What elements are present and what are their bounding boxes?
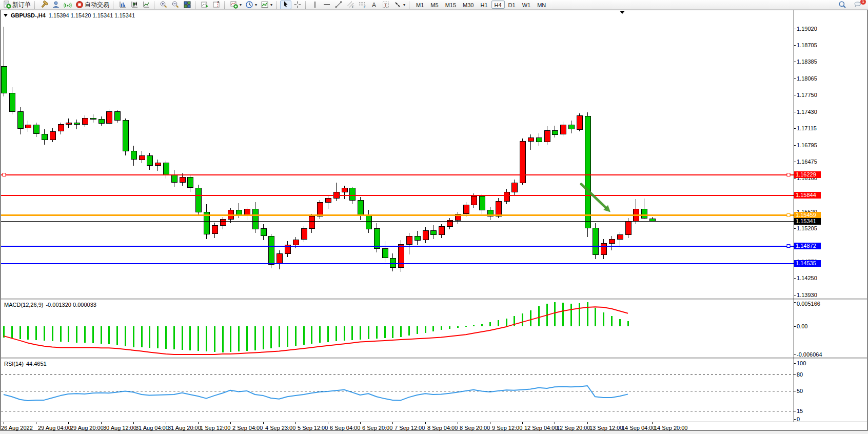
candlestick-icon: [130, 1, 139, 9]
chevron-down-icon[interactable]: ▾: [255, 3, 257, 7]
candle-body: [625, 221, 631, 234]
timeframe-button-m15[interactable]: M15: [442, 1, 459, 9]
hline-handle-icon[interactable]: [787, 173, 790, 176]
macd-histogram-bar: [68, 326, 69, 342]
periods-button[interactable]: ▾: [244, 1, 259, 9]
chevron-down-icon[interactable]: ▾: [403, 3, 405, 7]
hammer-button[interactable]: [38, 1, 50, 9]
crosshair-icon: [293, 1, 302, 9]
time-tick-mark: [522, 422, 523, 424]
timeframe-button-w1[interactable]: W1: [519, 1, 534, 9]
chart-shift-button[interactable]: [211, 1, 222, 9]
crosshair-button[interactable]: [292, 1, 303, 9]
line-chart-mode-button[interactable]: [141, 1, 152, 9]
candle-body: [74, 123, 80, 124]
macd-histogram-bar: [92, 326, 94, 343]
text-button[interactable]: A: [368, 1, 380, 9]
candle-body: [609, 239, 615, 243]
candle-body: [155, 163, 161, 165]
timeframe-button-h1[interactable]: H1: [477, 1, 490, 9]
time-tick-mark: [36, 422, 36, 424]
macd-histogram-bar: [60, 326, 62, 342]
candle-body: [447, 220, 452, 226]
candle-body: [163, 163, 169, 174]
candle-body: [520, 141, 525, 183]
timeframe-button-m5[interactable]: M5: [427, 1, 441, 9]
macd-histogram-bar: [587, 302, 588, 326]
zoom-out-button[interactable]: [170, 1, 181, 9]
toolbar-separator: [224, 1, 226, 9]
add-indicator-button[interactable]: ▾: [228, 1, 243, 9]
price-tick-label: 1.13930: [797, 292, 817, 298]
macd-histogram-bar: [279, 326, 280, 347]
zoom-in-button[interactable]: [158, 1, 169, 9]
candle-body: [423, 230, 428, 240]
macd-histogram-bar: [263, 326, 264, 349]
auto-scroll-button[interactable]: [199, 1, 210, 9]
chevron-down-icon[interactable]: ▾: [240, 3, 242, 7]
horizontal-line-button[interactable]: [321, 1, 332, 9]
candle-body: [349, 188, 355, 200]
bar-chart-icon: [119, 1, 127, 9]
candle-body: [9, 93, 15, 111]
bar-chart-mode-button[interactable]: [117, 1, 128, 9]
notifications-button[interactable]: 1: [852, 1, 863, 9]
macd-histogram-bar: [125, 326, 126, 346]
timeframe-button-m30[interactable]: M30: [460, 1, 477, 9]
arrows-button[interactable]: ▾: [392, 1, 407, 9]
auto-trading-button-label: 自动交易: [85, 1, 109, 9]
tile-windows-button[interactable]: [182, 1, 193, 9]
rsi-label: RSI(14) 44.4651: [4, 361, 47, 367]
profile-button[interactable]: [50, 1, 62, 9]
symbol-dropdown-icon[interactable]: [4, 14, 8, 17]
rsi-tick-label: 50: [797, 388, 803, 394]
price-chart-pane[interactable]: [1, 10, 794, 299]
candle-body: [342, 188, 347, 192]
time-tick-mark: [101, 422, 102, 424]
hline-handle-icon[interactable]: [787, 245, 790, 248]
macd-histogram-bar: [254, 326, 256, 350]
equidistant-channel-button[interactable]: E: [345, 1, 356, 9]
time-tick-label: 7 Sep 12:00: [394, 425, 425, 431]
chart-shift-marker-icon[interactable]: [620, 11, 625, 14]
timeframe-button-m1[interactable]: M1: [413, 1, 427, 9]
macd-histogram-bar: [465, 326, 467, 327]
timeframe-button-d1[interactable]: D1: [505, 1, 519, 9]
macd-histogram-bar: [449, 326, 450, 329]
hline-handle-icon[interactable]: [3, 173, 6, 176]
chevron-down-icon[interactable]: ▾: [270, 3, 272, 7]
template-button[interactable]: ▾: [259, 1, 274, 9]
cursor-button[interactable]: [280, 1, 291, 9]
new-order-button[interactable]: 新订单: [2, 1, 32, 9]
macd-histogram-bar: [149, 326, 150, 348]
macd-histogram-bar: [206, 326, 207, 351]
time-tick-label: 9 Sep 12:00: [492, 425, 522, 431]
new-order-button-label: 新订单: [12, 1, 31, 9]
horizontal-line-icon: [323, 1, 331, 9]
macd-histogram-bar: [101, 326, 102, 344]
time-tick-label: 12 Sep 20:00: [557, 425, 590, 431]
text-label-button[interactable]: T: [380, 1, 391, 9]
text-icon: A: [370, 1, 378, 9]
fibonacci-button[interactable]: F: [357, 1, 368, 9]
time-tick-label: 31 Aug 20:00: [168, 425, 201, 431]
auto-trading-button[interactable]: 自动交易: [74, 1, 111, 9]
candle-body: [406, 236, 412, 244]
time-tick-label: 6 Sep 20:00: [362, 425, 392, 431]
timeframe-button-h4[interactable]: H4: [491, 1, 505, 9]
signal-button[interactable]: [62, 1, 73, 9]
vertical-line-button[interactable]: [309, 1, 321, 9]
macd-pane[interactable]: [1, 300, 794, 358]
price-tick-label: 1.17430: [797, 109, 817, 115]
macd-histogram-bar: [360, 326, 361, 340]
trendline-button[interactable]: [333, 1, 344, 9]
candlestick-mode-button[interactable]: [129, 1, 140, 9]
macd-histogram-bar: [44, 326, 45, 341]
candle-body: [90, 118, 96, 119]
macd-histogram-bar: [238, 326, 240, 351]
time-tick-label: 14 Sep 04:00: [622, 425, 655, 431]
rsi-pane[interactable]: [1, 359, 794, 422]
hline-handle-icon[interactable]: [787, 214, 790, 217]
timeframe-button-mn[interactable]: MN: [534, 1, 549, 9]
search-button[interactable]: [837, 1, 848, 9]
